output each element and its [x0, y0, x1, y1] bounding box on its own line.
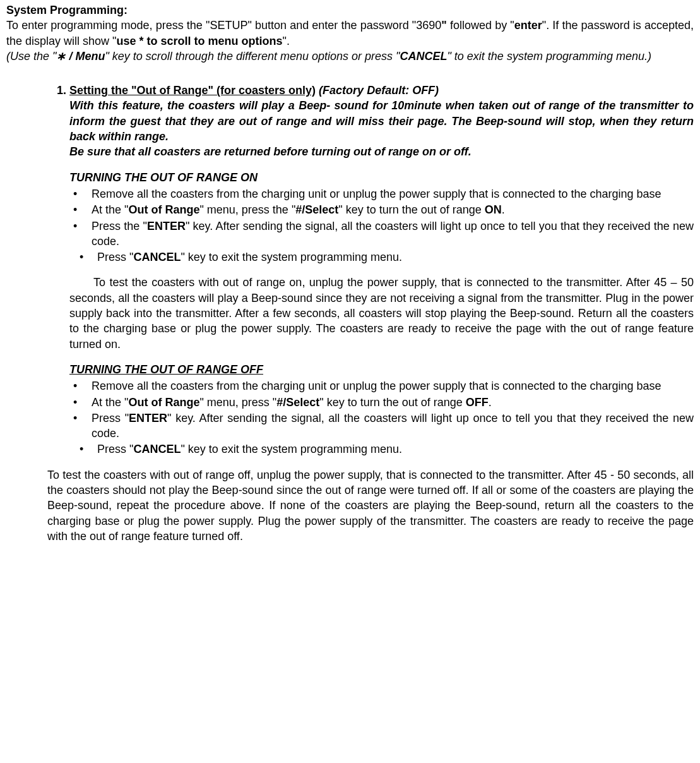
section-off-header: TURNING THE OUT OF RANGE OFF — [69, 362, 694, 377]
out-of-range-menu: Out of Range — [128, 203, 199, 216]
bullet-off-3: Press "ENTER" key. After sending the sig… — [69, 411, 694, 442]
on-test-paragraph: To test the coasters with out of range o… — [69, 275, 694, 351]
list-item-1: Setting the "Out of Range" (for coasters… — [69, 83, 694, 544]
text: Press " — [97, 443, 133, 455]
off-bullets: Remove all the coasters from the chargin… — [69, 378, 694, 441]
text: " key to exit the system programming men… — [181, 251, 402, 263]
text: followed by " — [447, 19, 514, 32]
text: Remove all the coasters from the chargin… — [92, 188, 661, 200]
text: At the " — [92, 396, 128, 409]
text: " menu, press the " — [199, 203, 295, 216]
factory-default: (Factory Default: OFF) — [319, 84, 439, 97]
section-on-header: TURNING THE OUT OF RANGE ON — [69, 170, 694, 185]
emphasis: " — [441, 19, 447, 32]
text: " key to scroll through the different me… — [105, 50, 400, 63]
main-list: Setting the "Out of Range" (for coasters… — [47, 83, 694, 544]
text: Press the " — [92, 220, 147, 232]
bullet-on-4: Press "CANCEL" key to exit the system pr… — [69, 249, 694, 265]
bullet-on-3: Press the "ENTER" key. After sending the… — [69, 219, 694, 249]
select-key: #/Select — [295, 203, 338, 216]
text: To enter programming mode, press the "SE… — [6, 19, 441, 32]
on-bullets-indent: Press "CANCEL" key to exit the system pr… — [69, 249, 694, 265]
text: " key to turn the out of range — [319, 396, 466, 409]
bullet-off-1: Remove all the coasters from the chargin… — [69, 378, 694, 394]
text: " to exit the system programming menu.) — [447, 50, 651, 63]
select-key: #/Select — [276, 396, 319, 409]
out-of-range-menu: Out of Range — [128, 396, 199, 409]
main-heading: System Programming: — [6, 3, 694, 18]
enter-key: ENTER — [129, 412, 167, 424]
intro-paragraph-1: To enter programming mode, press the "SE… — [6, 18, 694, 49]
item-description-1: With this feature, the coasters will pla… — [69, 98, 694, 144]
off-value: OFF — [466, 396, 489, 409]
text: Remove all the coasters from the chargin… — [92, 380, 661, 392]
text: (Use the " — [6, 50, 56, 63]
text: " key to exit the system programming men… — [181, 443, 402, 455]
off-test-paragraph: To test the coasters with out of range o… — [47, 467, 694, 544]
text: . — [502, 203, 505, 216]
on-value: ON — [485, 203, 502, 216]
bullet-off-2: At the "Out of Range" menu, press "#/Sel… — [69, 395, 694, 410]
bullet-on-1: Remove all the coasters from the chargin… — [69, 186, 694, 201]
on-bullets: Remove all the coasters from the chargin… — [69, 186, 694, 249]
enter-key: ENTER — [147, 220, 186, 232]
cancel-key: CANCEL — [133, 251, 181, 263]
item-description-2: Be sure that all coasters are returned b… — [69, 144, 694, 159]
text: Press " — [97, 251, 133, 263]
cancel-key: CANCEL — [133, 443, 181, 455]
off-bullets-indent: Press "CANCEL" key to exit the system pr… — [69, 442, 694, 457]
text: " key. After sending the signal, all the… — [92, 412, 694, 440]
text: Press " — [92, 412, 129, 424]
intro-paragraph-2: (Use the "∗ / Menu" key to scroll throug… — [6, 49, 694, 64]
bullet-off-4: Press "CANCEL" key to exit the system pr… — [69, 442, 694, 457]
text: " menu, press " — [199, 396, 276, 409]
bullet-on-2: At the "Out of Range" menu, press the "#… — [69, 202, 694, 217]
item-title: Setting the "Out of Range" (for coasters… — [69, 84, 316, 97]
display-message: use * to scroll to menu options — [116, 35, 282, 47]
text: ". — [283, 35, 290, 47]
enter-key: enter — [514, 19, 542, 32]
star-menu-key: ∗ / Menu — [56, 50, 105, 63]
intro-block: To enter programming mode, press the "SE… — [6, 18, 694, 64]
text: " key to turn the out of range — [338, 203, 485, 216]
cancel-key: CANCEL — [400, 50, 447, 63]
text: . — [489, 396, 492, 409]
text: At the " — [92, 203, 128, 216]
